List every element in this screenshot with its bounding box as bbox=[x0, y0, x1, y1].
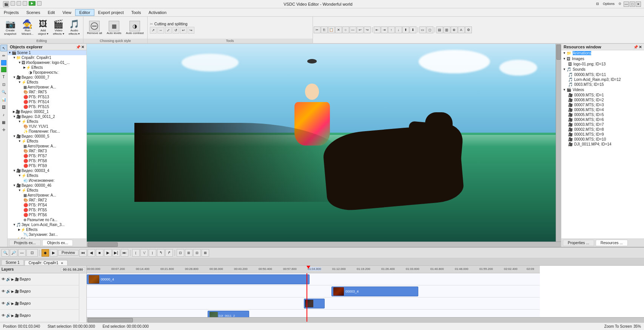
res-item-v7[interactable]: 🎥00003.MTS; ID=7 bbox=[561, 122, 644, 127]
remove-all-button[interactable]: Remove all bbox=[85, 20, 104, 36]
win-maximize[interactable]: □ bbox=[630, 2, 635, 7]
objects-panel-close[interactable]: ✕ bbox=[81, 45, 84, 49]
res-item-v5[interactable]: 🎥00005.MTS; ID=5 bbox=[561, 112, 644, 117]
clip-00000-4[interactable]: 00000_4 bbox=[87, 274, 310, 284]
image-tool[interactable]: 🖼 bbox=[0, 104, 7, 110]
track4-lock[interactable]: 🔊 bbox=[6, 313, 11, 318]
crop-tool[interactable]: ⊡ bbox=[0, 81, 7, 88]
res-item-logo[interactable]: 🖼 logo-01.png; ID=13 bbox=[561, 62, 644, 67]
objects-panel-pin[interactable]: 📌 bbox=[76, 45, 80, 49]
auto-contrast-button[interactable]: ◑ Auto contrast bbox=[124, 20, 146, 36]
res-item-dji[interactable]: 🎥DJI_0011.MP4; ID=14 bbox=[561, 142, 644, 147]
resources-pin[interactable]: 📌 bbox=[633, 45, 638, 49]
tree-rgb8[interactable]: 🔴 РГБ: РГБ8 bbox=[8, 158, 86, 163]
properties-tab[interactable]: Properties ... bbox=[563, 240, 594, 246]
win-close[interactable]: ✕ bbox=[636, 2, 641, 7]
res-item-v4[interactable]: 🎥00006.MTS; ID=4 bbox=[561, 107, 644, 112]
toolbar2-align-right[interactable]: ⇥ bbox=[381, 26, 388, 33]
tree-effects4[interactable]: ▼ ⚡ Effects bbox=[8, 139, 86, 144]
tree-yuv1[interactable]: 🎨 YUV: YUV1 bbox=[8, 124, 86, 129]
tl-first-btn[interactable]: ⏮ bbox=[79, 249, 87, 257]
timeline-tab-scene1[interactable]: Scene 1 bbox=[2, 260, 24, 265]
tree-disappear1[interactable]: 💨 Исчезновение: bbox=[8, 178, 86, 183]
tree-effects2[interactable]: ▼ ⚡ Effects bbox=[8, 80, 86, 85]
toolbar2-delete[interactable]: ✕ bbox=[335, 26, 342, 33]
res-item-v2[interactable]: 🎥00008.MTS; ID=2 bbox=[561, 98, 644, 102]
track1-lock[interactable]: 🔊 bbox=[6, 277, 11, 281]
toolbar2-bottom[interactable]: ⬇ bbox=[410, 26, 416, 33]
tree-appearance1[interactable]: ✨ Появление: Пос... bbox=[8, 129, 86, 134]
res-item-v10[interactable]: 🎥00000.MTS; ID=10 bbox=[561, 137, 644, 142]
track3-eye[interactable]: 👁 bbox=[2, 301, 5, 305]
resources-tab-btn[interactable]: Resources ... bbox=[596, 240, 628, 246]
tl-play-btn[interactable]: ▶ bbox=[50, 249, 57, 257]
tool-move-btn[interactable]: ↔ bbox=[157, 27, 164, 34]
tl-extra3[interactable]: ⊡ bbox=[177, 249, 184, 257]
tl-extra4[interactable]: ⊞ bbox=[185, 249, 193, 257]
tool-rotate-btn[interactable]: ↺ bbox=[173, 27, 179, 34]
tree-effects7[interactable]: ▶ ⚡ Effects bbox=[8, 227, 86, 232]
menu-activation[interactable]: Activation bbox=[145, 9, 170, 15]
tl-extra1[interactable]: ↰ bbox=[157, 249, 165, 257]
tree-scene1[interactable]: ▼ 🎬 Scene 1 bbox=[8, 50, 86, 55]
tree-video5[interactable]: ▼ 🎥 Видео: 00000_5 bbox=[8, 134, 86, 139]
table-tool[interactable]: ▦ bbox=[0, 119, 7, 125]
tl-prev-frame[interactable]: ◀ bbox=[88, 249, 95, 257]
res-item-mp312[interactable]: 🎵 Lorn-Acid_Rain.mp3; ID=12 bbox=[561, 77, 644, 82]
toolbar2-top[interactable]: ⬆ bbox=[402, 26, 409, 33]
toolbar-play-btn[interactable]: ▶ bbox=[29, 1, 35, 6]
menu-projects[interactable]: Projects bbox=[0, 9, 23, 15]
tree-img1[interactable]: ▼ 🖼 Изображение: logo-01_... bbox=[8, 60, 86, 65]
res-item-v6[interactable]: 🎥00004.MTS; ID=6 bbox=[561, 117, 644, 122]
preview-vscrollbar[interactable] bbox=[556, 44, 561, 242]
tl-mark-in[interactable]: [ bbox=[132, 249, 140, 257]
tool-scale-btn[interactable]: ⤢ bbox=[165, 27, 172, 34]
res-item-v1[interactable]: 🎥00009.MTS; ID=1 bbox=[561, 93, 644, 98]
tl-extra5[interactable]: ⊟ bbox=[193, 249, 201, 257]
preview-hscrollbar-thumb[interactable] bbox=[88, 242, 118, 247]
res-section-videos[interactable]: ▼ 🎬 Videos bbox=[561, 87, 644, 93]
tree-ykg3[interactable]: 🎨 ЯКГ: ЯКГ3 bbox=[8, 149, 86, 153]
track4-expand[interactable]: ▶ bbox=[11, 314, 14, 318]
tree-autolevels2[interactable]: ▦ АвтоУровни: А... bbox=[8, 144, 86, 149]
create-snapshot-button[interactable]: 📷 Createsnapshot bbox=[2, 18, 19, 37]
tree-sound1[interactable]: ▼ 🎵 Звук: Lorn-Acid_Rain_3... bbox=[8, 222, 86, 227]
tl-extra6[interactable]: ⊠ bbox=[202, 249, 209, 257]
tree-rgb13[interactable]: 🔴 РГБ: РГБ13 bbox=[8, 95, 86, 99]
tab-sprite1-close[interactable]: ✕ bbox=[61, 262, 63, 265]
tree-ykg2[interactable]: 🎨 ЯКГ: ЯКГ2 bbox=[8, 198, 86, 203]
tree-rgb4[interactable]: 🔴 РГБ: РГБ4 bbox=[8, 203, 86, 208]
tree-rgb9[interactable]: 🔴 РГБ: РГБ9 bbox=[8, 163, 86, 168]
tl-split-btn[interactable]: ⧵⧸ bbox=[140, 249, 148, 257]
menu-view[interactable]: View bbox=[59, 9, 75, 15]
tree-rgb14[interactable]: 🔴 РГБ: РГБ14 bbox=[8, 99, 86, 104]
track2-expand[interactable]: ▶ bbox=[11, 290, 14, 293]
res-item-mts15[interactable]: 🎵 0003.MTS; ID=15 bbox=[561, 82, 644, 87]
tl-fit-btn[interactable]: ⊡ bbox=[26, 249, 38, 257]
toolbar2-paste[interactable]: 📋 bbox=[328, 26, 335, 33]
tree-video2[interactable]: ▶ 🎥 Видео: 00002_1 bbox=[8, 109, 86, 114]
res-section-animations[interactable]: ▼ 📁 Animations bbox=[561, 50, 644, 56]
toolbar2-align-left[interactable]: ⇤ bbox=[374, 26, 381, 33]
draw-tool[interactable]: ✏ bbox=[0, 52, 7, 59]
toolbar2-clip2[interactable]: ▥ bbox=[444, 26, 450, 33]
tree-effects6[interactable]: ▼ ⚡ Effects bbox=[8, 188, 86, 193]
toolbar2-down[interactable]: ↓ bbox=[395, 26, 402, 33]
tree-effects3[interactable]: ▼ ⚡ Effects bbox=[8, 119, 86, 124]
tool-arrow-btn[interactable]: ↗ bbox=[150, 27, 157, 34]
minimize-btn[interactable]: ⊟ bbox=[595, 2, 601, 7]
timeline-tab-sprite1[interactable]: Спрайт: Спрайт1 ✕ bbox=[25, 260, 68, 265]
track1-content[interactable]: 00000_4 bbox=[87, 273, 540, 285]
color-swatch-blue[interactable] bbox=[1, 60, 6, 65]
toolbar-quick-save[interactable] bbox=[11, 1, 15, 6]
track1-eye[interactable]: 👁 bbox=[2, 277, 5, 281]
tree-video7[interactable]: ▼ 🎥 Видео: 00000_7 bbox=[8, 75, 86, 80]
tree-ykg5[interactable]: 🎨 ЯКГ: ЯКГ5 bbox=[8, 90, 86, 95]
track2-lock[interactable]: 🔊 bbox=[6, 289, 11, 293]
preview-vscrollbar-thumb[interactable] bbox=[556, 45, 561, 60]
resources-close[interactable]: ✕ bbox=[639, 45, 642, 49]
tree-autolevels1[interactable]: ▦ АвтоУровни: А... bbox=[8, 85, 86, 90]
color-swatch-green[interactable] bbox=[1, 67, 6, 72]
timeline-right[interactable]: 00:00.000 00:07.200 00:14.400 00:21.600 … bbox=[87, 266, 644, 322]
track1-expand[interactable]: ▶ bbox=[11, 277, 14, 281]
